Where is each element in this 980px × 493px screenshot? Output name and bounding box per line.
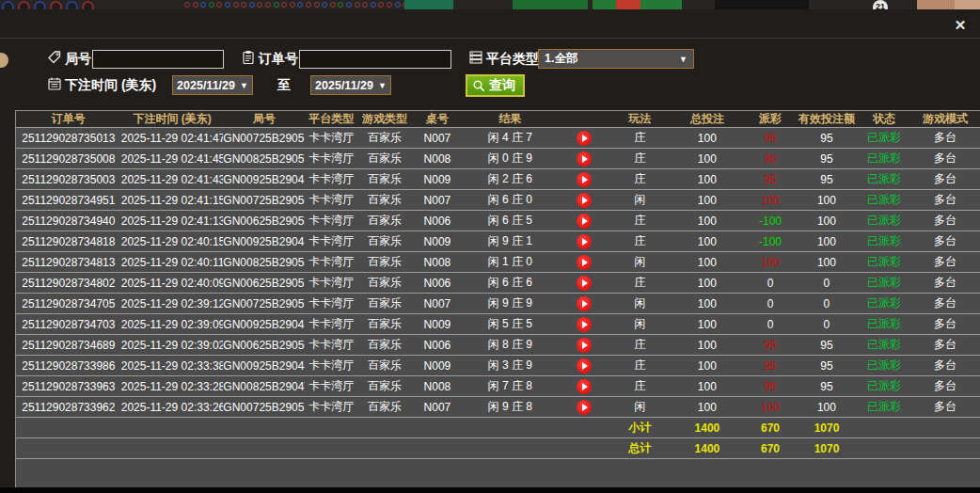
calendar-icon (47, 76, 62, 91)
cell-platform: 卡卡湾厅 (305, 130, 356, 146)
replay-button[interactable] (577, 317, 592, 332)
replay-button[interactable] (577, 131, 592, 146)
cell-total-bet: 100 (670, 339, 745, 352)
blackjack-21-badge: 21 (873, 0, 888, 9)
cell-valid-bet: 100 (796, 401, 858, 414)
cell-valid-bet: 0 (796, 318, 858, 331)
cell-valid-bet: 0 (796, 277, 858, 290)
cell-order-id: 251129028734689 (16, 339, 121, 352)
close-icon[interactable]: ✕ (950, 15, 971, 36)
replay-button[interactable] (577, 338, 592, 353)
table-row[interactable]: 251129028733986 2025-11-29 02:33:38 GN00… (16, 356, 980, 376)
cell-play-type: 庄 (609, 151, 670, 167)
table-tile-red-mark (616, 0, 640, 9)
table-row[interactable]: 251129028734818 2025-11-29 02:40:15 GN00… (16, 231, 980, 252)
platform-type-value: 1.全部 (545, 51, 577, 67)
table-row[interactable]: 251129028734951 2025-11-29 02:41:15 GN00… (16, 190, 980, 211)
play-icon (582, 300, 588, 308)
cell-valid-bet: 100 (796, 215, 858, 228)
replay-button[interactable] (577, 296, 592, 311)
cell-valid-bet: 95 (796, 132, 858, 145)
cell-valid-bet: 95 (796, 173, 858, 186)
platform-type-label: 平台类型 (486, 51, 539, 66)
cell-order-id: 251129028733963 (16, 380, 121, 393)
cell-game-type: 百家乐 (357, 275, 412, 291)
cell-valid-bet: 95 (796, 359, 858, 373)
date-from-select[interactable]: 2025/11/29 ▼ (172, 75, 253, 95)
cell-round-id: GN00925B2904D (223, 318, 305, 331)
cell-play-type: 庄 (609, 378, 670, 394)
table-row[interactable]: 251129028735013 2025-11-29 02:41:47 GN00… (16, 128, 980, 149)
platform-type-select[interactable]: 1.全部 ▼ (538, 49, 694, 69)
cell-bet-time: 2025-11-29 02:33:38 (121, 359, 224, 373)
order-id-input[interactable] (299, 50, 451, 69)
dealer-video-thumb (917, 0, 955, 9)
table-row[interactable]: 251129028734802 2025-11-29 02:40:09 GN00… (16, 273, 980, 294)
table-row[interactable]: 251129028734940 2025-11-29 02:41:13 GN00… (16, 211, 980, 231)
cell-payout: 0 (745, 318, 796, 331)
panel-handle-arrow[interactable] (0, 53, 8, 68)
replay-button[interactable] (577, 234, 592, 249)
play-icon (582, 135, 588, 142)
cell-total-bet: 100 (670, 235, 745, 248)
replay-button[interactable] (577, 172, 592, 187)
play-icon (582, 176, 588, 183)
table-row[interactable]: 251129028735008 2025-11-29 02:41:45 GN00… (16, 149, 980, 169)
cell-replay (558, 317, 609, 332)
table-row[interactable]: 251129028734703 2025-11-29 02:39:09 GN00… (16, 314, 980, 335)
col-header-order-id: 订单号 (16, 111, 121, 127)
date-from-value: 2025/11/29 (177, 79, 235, 92)
replay-button[interactable] (577, 276, 592, 291)
replay-button[interactable] (577, 255, 592, 270)
search-button[interactable]: 查询 (466, 74, 525, 97)
cell-replay (558, 276, 609, 291)
replay-button[interactable] (577, 400, 592, 415)
cell-payout: 100 (745, 194, 796, 207)
replay-button[interactable] (577, 193, 592, 208)
cell-status: 已派彩 (858, 151, 910, 167)
round-id-input[interactable] (92, 50, 224, 69)
cell-game-mode: 多台 (910, 233, 980, 249)
cell-valid-bet: 0 (796, 297, 858, 310)
cell-status: 已派彩 (858, 171, 910, 187)
cell-game-mode: 多台 (910, 254, 980, 270)
cell-payout: 95 (745, 339, 796, 352)
play-icon (582, 321, 588, 328)
cell-game-type: 百家乐 (357, 337, 412, 353)
cell-result: 闲 8 庄 9 (463, 337, 558, 353)
replay-button[interactable] (577, 151, 592, 167)
cell-game-type: 百家乐 (357, 358, 412, 374)
play-icon (582, 197, 588, 204)
bet-history-panel: ✕ 局号 订单号 平台类型 1.全部 ▼ 下注时间 (美东) 2025/11/2… (0, 9, 980, 487)
replay-button[interactable] (577, 214, 592, 229)
cell-play-type: 闲 (609, 192, 670, 208)
replay-button[interactable] (577, 358, 592, 374)
cell-table-no: N009 (412, 318, 462, 331)
play-icon (582, 342, 588, 349)
cell-platform: 卡卡湾厅 (305, 316, 356, 332)
cell-order-id: 251129028734802 (16, 277, 121, 290)
cell-replay (558, 214, 609, 229)
cell-result: 闲 6 庄 0 (463, 192, 558, 208)
cell-game-mode: 多台 (910, 130, 980, 146)
cell-order-id: 251129028733986 (16, 359, 121, 373)
cell-status: 已派彩 (858, 254, 910, 270)
cell-result: 闲 1 庄 0 (463, 254, 558, 270)
table-row[interactable]: 251129028734705 2025-11-29 02:39:12 GN00… (16, 294, 980, 314)
replay-button[interactable] (577, 379, 592, 394)
table-row[interactable]: 251129028733963 2025-11-29 02:33:28 GN00… (16, 376, 980, 397)
cell-table-no: N008 (412, 380, 462, 393)
cell-status: 已派彩 (858, 192, 910, 208)
bet-time-label: 下注时间 (美东) (65, 77, 156, 92)
cell-order-id: 251129028734813 (16, 256, 121, 269)
play-icon (582, 238, 588, 246)
table-row[interactable]: 251129028733962 2025-11-29 02:33:26 GN00… (16, 397, 980, 418)
table-row[interactable]: 251129028735003 2025-11-29 02:41:43 GN00… (16, 169, 980, 190)
cell-replay (558, 172, 609, 187)
table-row[interactable]: 251129028734689 2025-11-29 02:39:02 GN00… (16, 335, 980, 356)
cell-table-no: N006 (412, 277, 462, 290)
table-tile-dark (715, 0, 809, 9)
table-row[interactable]: 251129028734813 2025-11-29 02:40:11 GN00… (16, 252, 980, 273)
date-to-select[interactable]: 2025/11/29 ▼ (310, 75, 391, 95)
subtotal-total-bet: 1400 (670, 421, 745, 435)
